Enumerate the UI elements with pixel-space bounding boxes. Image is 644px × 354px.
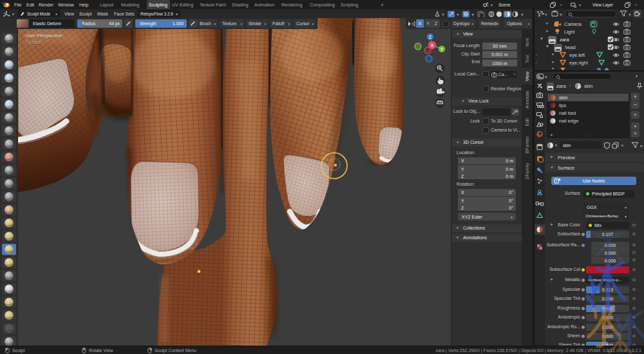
svg-text:▼: ▼ [639, 144, 643, 148]
svg-text:▼: ▼ [559, 13, 563, 17]
svg-text:▼: ▼ [628, 13, 632, 17]
svg-text:Y: Y [440, 47, 444, 52]
svg-text:▼: ▼ [456, 13, 460, 17]
svg-text:▼: ▼ [441, 13, 445, 17]
svg-text:▼: ▼ [471, 13, 475, 17]
svg-text:X: X [430, 43, 433, 48]
svg-text:Z: Z [429, 35, 432, 39]
svg-text:▼: ▼ [544, 13, 547, 17]
svg-text:▼: ▼ [544, 75, 548, 79]
svg-text:▼: ▼ [520, 13, 524, 17]
